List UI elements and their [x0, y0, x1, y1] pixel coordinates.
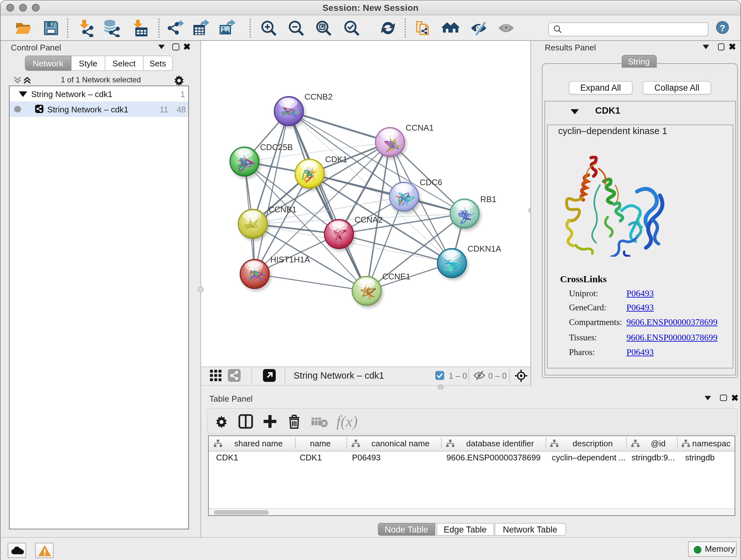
svg-text:CCNB1: CCNB1: [268, 205, 296, 214]
svg-text:RB1: RB1: [480, 194, 496, 204]
svg-text:CCNA2: CCNA2: [354, 215, 383, 225]
svg-text:HIST1H1A: HIST1H1A: [270, 255, 310, 264]
svg-text:f(x): f(x): [336, 414, 358, 430]
svg-text:CDK1: CDK1: [325, 154, 347, 164]
svg-text:CCNE1: CCNE1: [382, 272, 410, 281]
svg-text:CCNA1: CCNA1: [406, 123, 434, 132]
svg-text:CDC6: CDC6: [420, 178, 442, 187]
svg-text:CDKN1A: CDKN1A: [468, 244, 501, 253]
svg-text:CCNB2: CCNB2: [305, 92, 333, 102]
svg-text:CDC25B: CDC25B: [260, 142, 293, 152]
